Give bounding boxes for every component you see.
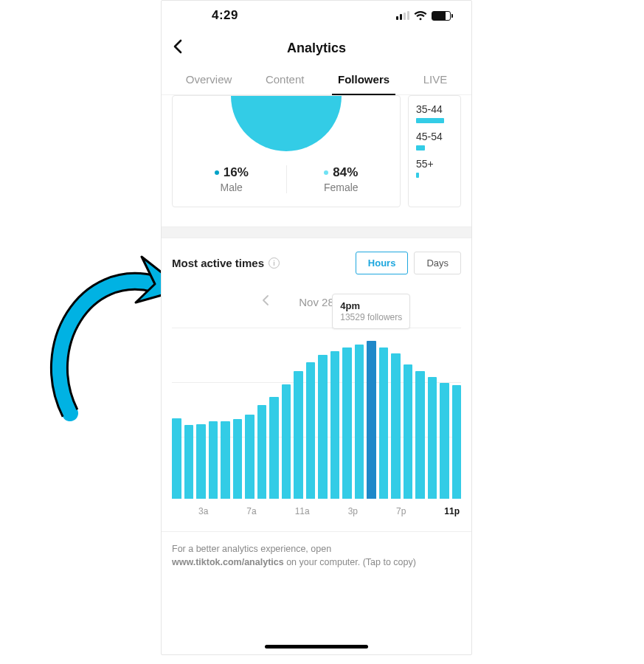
chart-bar[interactable] bbox=[391, 353, 401, 499]
prev-day-button[interactable] bbox=[262, 295, 269, 308]
chart-bar[interactable] bbox=[257, 405, 267, 499]
chart-bar[interactable] bbox=[415, 371, 425, 499]
chart-bar[interactable] bbox=[379, 347, 389, 499]
status-time: 4:29 bbox=[212, 8, 238, 23]
tab-content[interactable]: Content bbox=[260, 66, 311, 94]
age-bucket-label: 45-54 bbox=[416, 131, 460, 142]
footer-url: www.tiktok.com/analytics bbox=[172, 557, 284, 567]
wifi-icon bbox=[414, 11, 427, 21]
tab-overview[interactable]: Overview bbox=[180, 66, 238, 94]
age-bucket-label: 35-44 bbox=[416, 103, 460, 115]
phone-frame: 4:29 Analytics Overview Content Follower… bbox=[161, 0, 472, 655]
x-tick: 3p bbox=[348, 506, 358, 516]
x-tick: 3a bbox=[198, 506, 208, 516]
age-card: 35-44 45-54 55+ bbox=[408, 95, 461, 207]
back-button[interactable] bbox=[172, 39, 184, 57]
chevron-left-icon bbox=[172, 39, 184, 54]
chart-bar[interactable] bbox=[318, 355, 328, 499]
chart-bar[interactable] bbox=[245, 415, 255, 499]
info-icon[interactable]: i bbox=[269, 257, 280, 269]
chart-bar[interactable] bbox=[209, 421, 218, 499]
toggle-days[interactable]: Days bbox=[414, 252, 461, 274]
age-bucket-label: 55+ bbox=[416, 158, 460, 170]
chart-bar[interactable] bbox=[294, 371, 303, 499]
chart-bar[interactable] bbox=[306, 362, 316, 499]
battery-icon bbox=[432, 11, 451, 21]
chevron-left-icon bbox=[262, 295, 269, 305]
chart-bar[interactable] bbox=[404, 364, 413, 499]
signal-icon bbox=[396, 11, 409, 20]
page-title: Analytics bbox=[287, 41, 346, 56]
chart-bar[interactable] bbox=[233, 419, 243, 499]
granularity-toggle: Hours Days bbox=[356, 252, 461, 274]
current-date: Nov 28 bbox=[299, 296, 334, 308]
age-bar bbox=[416, 118, 444, 123]
activity-chart[interactable]: 4pm 13529 followers bbox=[172, 328, 461, 499]
female-percent: 84% bbox=[333, 165, 358, 179]
status-bar: 4:29 bbox=[162, 1, 471, 30]
x-tick: 7a bbox=[246, 506, 256, 516]
footer-text: For a better analytics experience, open bbox=[172, 544, 331, 554]
section-separator bbox=[162, 226, 471, 238]
x-tick: 7p bbox=[396, 506, 406, 516]
dot-icon bbox=[215, 170, 219, 175]
gender-pie-chart bbox=[231, 96, 342, 151]
x-tick: 11p bbox=[444, 506, 460, 516]
male-label: Male bbox=[180, 181, 283, 193]
footer-note[interactable]: For a better analytics experience, open … bbox=[162, 531, 471, 588]
chart-x-axis: 3a 7a 11a 3p 7p 11p bbox=[172, 499, 461, 516]
dot-icon bbox=[324, 170, 328, 175]
toggle-hours[interactable]: Hours bbox=[356, 252, 409, 274]
chart-bar[interactable] bbox=[196, 424, 206, 499]
chart-bar[interactable] bbox=[452, 385, 462, 499]
chart-bar[interactable] bbox=[269, 397, 279, 499]
tooltip-followers: 13529 followers bbox=[340, 312, 402, 322]
chart-bar[interactable] bbox=[221, 421, 230, 499]
chart-bar[interactable] bbox=[355, 345, 364, 499]
footer-text: on your computer. (Tap to copy) bbox=[284, 557, 416, 567]
demographics-row: 16% Male 84% Female 35-44 45-54 55+ bbox=[162, 95, 471, 207]
tab-bar: Overview Content Followers LIVE bbox=[162, 66, 471, 95]
chart-bar[interactable] bbox=[440, 383, 449, 499]
chart-bar[interactable] bbox=[330, 351, 340, 499]
active-times-section: Most active times i Hours Days Nov 28 bbox=[162, 238, 471, 531]
chart-bar[interactable] bbox=[342, 347, 352, 499]
date-navigator: Nov 28 bbox=[172, 295, 461, 308]
chart-bar[interactable] bbox=[282, 384, 291, 499]
age-bar bbox=[416, 173, 419, 178]
male-percent: 16% bbox=[224, 165, 249, 179]
chart-bar[interactable] bbox=[428, 377, 437, 499]
nav-header: Analytics bbox=[162, 30, 471, 66]
tooltip-hour: 4pm bbox=[340, 300, 402, 311]
active-times-title: Most active times bbox=[172, 257, 264, 269]
x-tick: 11a bbox=[295, 506, 310, 516]
chart-bar[interactable] bbox=[184, 425, 194, 499]
chart-bar[interactable] bbox=[367, 341, 376, 499]
female-label: Female bbox=[290, 181, 393, 193]
home-indicator[interactable] bbox=[265, 645, 368, 649]
tab-followers[interactable]: Followers bbox=[332, 66, 395, 94]
tab-live[interactable]: LIVE bbox=[418, 66, 454, 94]
chart-tooltip: 4pm 13529 followers bbox=[332, 294, 410, 329]
gender-card: 16% Male 84% Female bbox=[172, 95, 401, 207]
chart-bar[interactable] bbox=[172, 418, 181, 499]
age-bar bbox=[416, 145, 425, 151]
